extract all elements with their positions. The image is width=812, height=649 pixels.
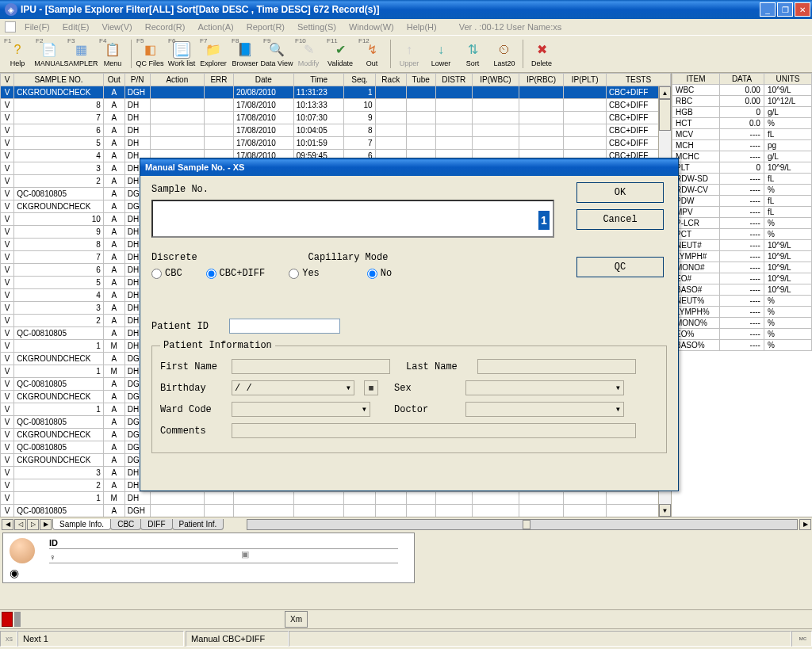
col-header[interactable]: V [1,74,14,86]
side-row: MCHC----g/L [672,151,812,162]
side-row: LYMPH%----% [672,307,812,318]
stamp-icon: ▣ [241,549,249,559]
col-header[interactable]: Tube [406,74,435,86]
table-row[interactable]: V1MDH [1,492,671,505]
tb-manual[interactable]: F2📄MANUAL [33,36,65,71]
restore-button[interactable]: ❐ [777,2,793,17]
col-header[interactable]: IP(PLT) [564,74,607,86]
patient-id-input[interactable] [229,319,340,334]
col-header[interactable]: ERR [205,74,234,86]
menu-actiona[interactable]: Action(A) [191,21,239,33]
last-name-input[interactable] [477,359,636,374]
patient-info-legend: Patient Information [160,340,275,351]
tb-validate[interactable]: F11✔Validate [324,36,356,71]
tb-help[interactable]: F1?Help [2,36,33,71]
radio-yes[interactable]: Yes [289,268,320,279]
birthday-input[interactable]: / /▾ [232,380,354,395]
horiz-scroll[interactable] [247,519,798,530]
tb-explorer[interactable]: F7📁Explorer [197,36,229,71]
sheet-tab-cbc[interactable]: CBC [110,519,141,530]
sheet-tab-sampleinfo[interactable]: Sample Info. [52,519,111,530]
col-header[interactable]: Out [103,74,124,86]
avatar-icon [10,538,35,563]
sample-no-input[interactable]: 1 [151,200,554,238]
table-row[interactable]: V8ADH17/08/201010:13:3310CBC+DIFF [1,99,671,112]
col-header[interactable]: Rack [375,74,406,86]
col-header[interactable]: Date [233,74,293,86]
radio-no[interactable]: No [367,268,392,279]
version-label: Ver . :00-12 User Name:xs [459,22,562,32]
doc-icon [5,21,16,32]
col-header[interactable]: TESTS [607,74,671,86]
menu-bar: File(F)Edit(E)View(V)Record(R)Action(A)R… [0,19,812,35]
ok-button[interactable]: OK [576,182,664,203]
tb-qc-files[interactable]: F5◧QC Files [134,36,166,71]
tb-delete[interactable]: ✖Delete [526,36,557,71]
tab-nav-first[interactable]: ◀ [2,519,13,530]
tb-menu[interactable]: F4📋Menu [97,36,128,71]
table-row[interactable]: VCKGROUNDCHECKADGH20/08/201011:31:231CBC… [1,86,671,99]
tab-nav-prev[interactable]: ◁ [14,519,26,530]
side-col-header: DATA [720,74,764,85]
tb-browser[interactable]: F8📘Browser [229,36,261,71]
col-header[interactable]: Time [293,74,344,86]
minimize-button[interactable]: _ [760,2,776,17]
sex-select[interactable]: ▾ [465,380,624,395]
tb-sort[interactable]: ⇅Sort [457,36,488,71]
menu-filef[interactable]: File(F) [18,21,56,33]
status-next: Next 1 [17,631,184,647]
scroll-down-icon[interactable]: ▼ [659,504,671,517]
col-header[interactable]: Seq. [344,74,375,86]
close-button[interactable]: ✕ [795,2,810,17]
menu-windoww[interactable]: Window(W) [343,21,400,33]
doctor-select[interactable]: ▾ [465,402,624,417]
first-name-input[interactable] [232,359,390,374]
tab-nav-right[interactable]: ▶ [799,519,811,530]
ward-label: Ward Code [160,404,224,415]
tb-sampler[interactable]: F3▦SAMPLER [65,36,97,71]
menu-recordr[interactable]: Record(R) [139,21,192,33]
status-mc: мс [791,631,812,647]
comments-input[interactable] [232,423,636,438]
col-header[interactable]: IP(RBC) [519,74,563,86]
radio-cbc-diff[interactable]: CBC+DIFF [206,268,266,279]
menu-edite[interactable]: Edit(E) [56,21,96,33]
col-header[interactable]: IP(WBC) [473,74,519,86]
ward-select[interactable]: ▾ [232,402,370,417]
col-header[interactable]: Action [150,74,205,86]
tb-last20[interactable]: ⏲Last20 [488,36,520,71]
cancel-button[interactable]: Cancel [576,209,664,230]
tb-lower[interactable]: ↓Lower [425,36,457,71]
radio-cbc[interactable]: CBC [151,268,182,279]
table-row[interactable]: V6ADH17/08/201010:04:058CBC+DIFF [1,124,671,137]
table-row[interactable]: VQC-00810805ADGH [1,505,671,517]
menu-viewv[interactable]: View(V) [95,21,138,33]
patient-info-fieldset: Patient Information First Name Last Name… [151,340,667,453]
menu-reportr[interactable]: Report(R) [240,21,291,33]
status-area: Xm xs Next 1 Manual CBC+DIFF мс [0,609,812,649]
tab-nav-next[interactable]: ▷ [27,519,39,530]
table-row[interactable]: V7ADH17/08/201010:07:309CBC+DIFF [1,112,671,124]
side-row: EO%----% [672,329,812,340]
col-header[interactable]: P/N [124,74,150,86]
tb-out[interactable]: F12↯Out [356,36,388,71]
col-header[interactable]: SAMPLE NO. [14,74,104,86]
tb-work-list[interactable]: F6📃Work list [166,36,197,71]
side-row: HCT0.0% [672,118,812,129]
comments-label: Comments [160,426,224,437]
patient-info-panel: ID ♀ ◉ ▣ [2,533,415,583]
sheet-tab-diff[interactable]: DIFF [140,519,172,530]
scroll-up-icon[interactable]: ▲ [659,86,671,99]
xm-label: Xm [285,611,308,628]
tb-data-view[interactable]: F9🔍Data View [261,36,293,71]
menu-settings[interactable]: Setting(S) [291,21,343,33]
col-header[interactable]: DISTR [435,74,473,86]
sheet-tab-patientinf[interactable]: Patient Inf. [172,519,224,530]
calendar-icon[interactable]: ▦ [364,380,378,395]
menu-helph[interactable]: Help(H) [400,21,443,33]
table-row[interactable]: V5ADH17/08/201010:01:597CBC+DIFF [1,137,671,150]
side-row: WBC0.0010^9/L [672,85,812,96]
qc-button[interactable]: QC [576,257,664,277]
tab-nav-last[interactable]: ▶ [40,519,52,530]
title-bar: ◈ IPU - [Sample Explorer Filter[ALL] Sor… [0,0,812,19]
